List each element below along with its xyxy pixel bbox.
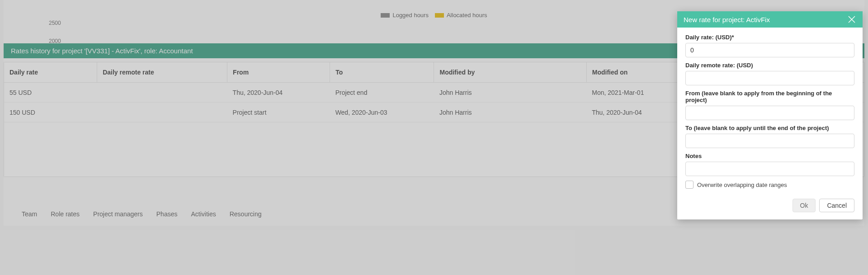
tab-project-managers[interactable]: Project managers xyxy=(93,210,143,218)
legend-swatch-grey xyxy=(381,13,390,18)
legend-swatch-yellow xyxy=(435,13,444,18)
to-field[interactable] xyxy=(685,134,854,148)
modal-footer: Ok Cancel xyxy=(677,194,863,219)
cell-from: Project start xyxy=(227,103,330,122)
new-rate-modal: New rate for project: ActivFix Daily rat… xyxy=(677,11,863,219)
cell-daily-remote-rate xyxy=(97,83,227,103)
form-group-notes: Notes xyxy=(685,153,854,176)
cell-modified-on: Thu, 2020-Jun-04 xyxy=(586,103,689,122)
from-label: From (leave blank to apply from the begi… xyxy=(685,90,854,103)
cell-daily-rate: 150 USD xyxy=(4,103,97,122)
th-from[interactable]: From xyxy=(227,62,330,83)
tab-resourcing[interactable]: Resourcing xyxy=(230,210,262,218)
legend-logged-hours: Logged hours xyxy=(381,12,429,19)
from-field[interactable] xyxy=(685,106,854,120)
legend-label-logged: Logged hours xyxy=(392,12,429,19)
modal-header: New rate for project: ActivFix xyxy=(677,11,863,28)
daily-rate-field[interactable] xyxy=(685,43,854,57)
cell-modified-by: John Harris xyxy=(434,83,586,103)
axis-tick-2500: 2500 xyxy=(49,20,61,26)
tab-role-rates[interactable]: Role rates xyxy=(51,210,80,218)
tab-team[interactable]: Team xyxy=(22,210,37,218)
cell-daily-remote-rate xyxy=(97,103,227,122)
overwrite-checkbox-row: Overwrite overlapping date ranges xyxy=(685,181,854,189)
notes-label: Notes xyxy=(685,153,854,159)
cell-modified-by: John Harris xyxy=(434,103,586,122)
overwrite-label[interactable]: Overwrite overlapping date ranges xyxy=(697,182,787,188)
to-label: To (leave blank to apply until the end o… xyxy=(685,125,854,131)
overwrite-checkbox[interactable] xyxy=(685,181,693,189)
form-group-daily-rate: Daily rate: (USD)* xyxy=(685,34,854,57)
form-group-daily-remote-rate: Daily remote rate: (USD) xyxy=(685,62,854,85)
legend-allocated-hours: Allocated hours xyxy=(435,12,487,19)
daily-remote-rate-label: Daily remote rate: (USD) xyxy=(685,62,854,69)
cell-modified-on: Mon, 2021-Mar-01 xyxy=(586,83,689,103)
notes-field[interactable] xyxy=(685,162,854,176)
cell-to: Project end xyxy=(330,83,434,103)
th-daily-rate[interactable]: Daily rate xyxy=(4,62,97,83)
tab-activities[interactable]: Activities xyxy=(191,210,216,218)
modal-body: Daily rate: (USD)* Daily remote rate: (U… xyxy=(677,28,863,194)
daily-rate-label: Daily rate: (USD)* xyxy=(685,34,854,41)
th-to[interactable]: To xyxy=(330,62,434,83)
legend-label-allocated: Allocated hours xyxy=(447,12,487,19)
cell-daily-rate: 55 USD xyxy=(4,83,97,103)
cell-to: Wed, 2020-Jun-03 xyxy=(330,103,434,122)
tab-phases[interactable]: Phases xyxy=(156,210,178,218)
modal-title: New rate for project: ActivFix xyxy=(684,16,770,23)
chart-y-tick: 2500 2000 xyxy=(49,20,61,44)
cancel-button[interactable]: Cancel xyxy=(819,199,854,212)
form-group-from: From (leave blank to apply from the begi… xyxy=(685,90,854,120)
th-modified-by[interactable]: Modified by xyxy=(434,62,586,83)
th-daily-remote-rate[interactable]: Daily remote rate xyxy=(97,62,227,83)
axis-tick-2000: 2000 xyxy=(49,38,61,44)
close-icon[interactable] xyxy=(847,15,856,24)
daily-remote-rate-field[interactable] xyxy=(685,71,854,85)
section-title: Rates history for project '[VV331] - Act… xyxy=(11,47,193,55)
cell-from: Thu, 2020-Jun-04 xyxy=(227,83,330,103)
ok-button[interactable]: Ok xyxy=(793,199,816,212)
form-group-to: To (leave blank to apply until the end o… xyxy=(685,125,854,148)
th-modified-on[interactable]: Modified on xyxy=(586,62,689,83)
